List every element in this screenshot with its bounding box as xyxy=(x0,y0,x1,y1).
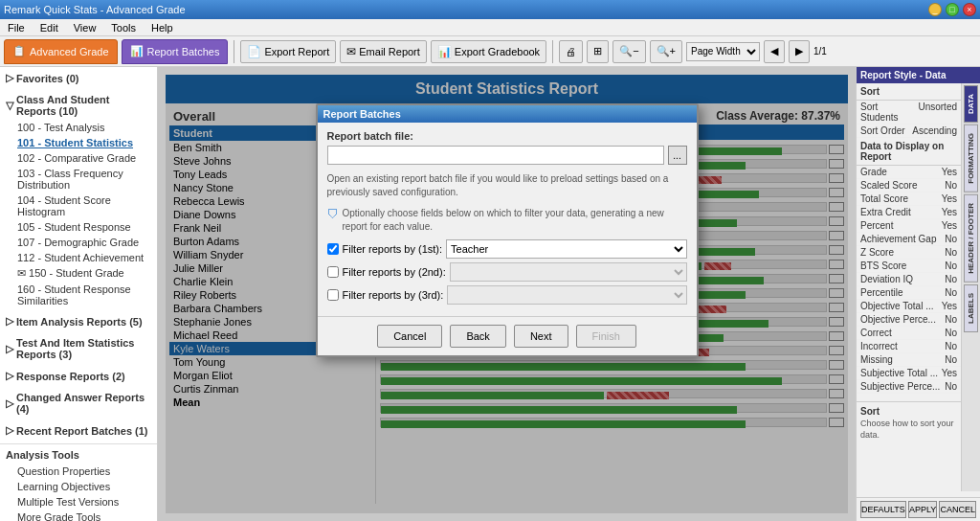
triangle-icon-2: ▷ xyxy=(6,315,13,328)
row-correct: CorrectNo xyxy=(857,327,961,340)
sidebar-item-105[interactable]: 105 - Student Response xyxy=(0,219,157,235)
sidebar-section-favorites: ▷ Favorites (0) xyxy=(0,67,157,89)
minimize-button[interactable]: _ xyxy=(928,3,942,16)
row-scaled-score: Scaled ScoreNo xyxy=(857,179,961,193)
sort-order-value: Ascending xyxy=(912,125,957,136)
zoom-out-button[interactable]: 🔍− xyxy=(612,40,645,63)
sidebar-changed-header[interactable]: ▷ Changed Answer Reports (4) xyxy=(0,389,157,418)
label-z-score: Z Score xyxy=(860,247,894,258)
filter-row-3: Filter reports by (3rd): xyxy=(327,285,687,305)
close-button[interactable]: × xyxy=(963,3,976,16)
maximize-button[interactable]: □ xyxy=(946,3,959,16)
report-container: Student Statistics Report Overall Studen… xyxy=(166,75,848,513)
sidebar-item-150[interactable]: ✉ 150 - Student Grade xyxy=(0,265,157,282)
modal-filter-text: ⛉ Optionally choose fields below on whic… xyxy=(327,207,687,234)
email-report-button[interactable]: ✉ Email Report xyxy=(340,40,427,63)
val-subj-perce: No xyxy=(945,381,957,392)
toolbar: 📋 Advanced Grade 📊 Report Batches 📄 Expo… xyxy=(0,36,980,67)
row-obj-total: Objective Total ...Yes xyxy=(857,300,961,313)
row-extra-credit: Extra CreditYes xyxy=(857,206,961,219)
email-report-icon: ✉ xyxy=(346,45,356,58)
filter-row-2: Filter reports by (2nd): xyxy=(327,262,687,282)
triangle-icon-5: ▷ xyxy=(6,397,13,410)
sidebar-item-101[interactable]: 101 - Student Statistics xyxy=(0,135,157,150)
val-scaled-score: No xyxy=(945,180,957,191)
sidebar-item-107[interactable]: 107 - Demographic Grade xyxy=(0,235,157,250)
sidebar-test-stats-header[interactable]: ▷ Test And Item Statistics Reports (3) xyxy=(0,334,157,363)
tab-report-batches[interactable]: 📊 Report Batches xyxy=(122,39,229,64)
sidebar-test-stats-label: Test And Item Statistics Reports (3) xyxy=(16,337,151,360)
menu-edit[interactable]: Edit xyxy=(36,22,62,34)
row-percent: PercentYes xyxy=(857,219,961,233)
sidebar-item-160[interactable]: 160 - Student Response Similarities xyxy=(0,282,157,308)
tab-header-footer[interactable]: HEADER / FOOTER xyxy=(964,194,978,283)
sidebar-item-analysis-header[interactable]: ▷ Item Analysis Reports (5) xyxy=(0,312,157,330)
prev-page-button[interactable]: ◀ xyxy=(764,40,785,63)
right-main-content: Sort Sort Students Unsorted Sort Order A… xyxy=(857,83,961,491)
sidebar-more-grade-tools[interactable]: More Grade Tools xyxy=(0,510,157,521)
reports-icon: 📋 xyxy=(12,45,26,57)
bottom-sort-text: Choose how to sort your data. xyxy=(860,419,957,441)
next-button[interactable]: Next xyxy=(514,325,568,348)
modal-title: Report Batches xyxy=(318,105,697,123)
sidebar-response-label: Response Reports (2) xyxy=(16,371,125,382)
back-button[interactable]: Back xyxy=(450,325,505,348)
zoom-in-button[interactable]: 🔍+ xyxy=(650,40,682,63)
sidebar-multiple-test-versions[interactable]: Multiple Test Versions xyxy=(0,494,157,510)
fit-button[interactable]: ⊞ xyxy=(587,40,609,63)
print-button[interactable]: 🖨 xyxy=(559,40,583,63)
sidebar-recent-header[interactable]: ▷ Recent Report Batches (1) xyxy=(0,421,157,440)
sidebar-section-test-stats: ▷ Test And Item Statistics Reports (3) xyxy=(0,332,157,365)
filter-2-checkbox[interactable] xyxy=(327,266,339,278)
tab-labels[interactable]: LABELS xyxy=(964,284,978,332)
export-gradebook-icon: 📊 xyxy=(437,45,452,58)
menu-tools[interactable]: Tools xyxy=(107,22,140,34)
tab-formatting[interactable]: FORMATTING xyxy=(964,125,978,193)
sidebar-item-112[interactable]: 112 - Student Achievement xyxy=(0,250,157,265)
sidebar-favorites-header[interactable]: ▷ Favorites (0) xyxy=(0,69,157,87)
tab-data[interactable]: DATA xyxy=(964,85,978,123)
label-achievement-gap: Achievement Gap xyxy=(860,234,937,244)
filter-1-dropdown[interactable]: Teacher Student Grade xyxy=(446,239,686,259)
sidebar-item-102[interactable]: 102 - Comparative Grade xyxy=(0,150,157,166)
sidebar-item-103[interactable]: 103 - Class Frequency Distribution xyxy=(0,166,157,193)
triangle-icon-6: ▷ xyxy=(6,424,13,437)
sidebar-question-properties[interactable]: Question Properties xyxy=(0,464,157,479)
sidebar-learning-objectives[interactable]: Learning Objectives xyxy=(0,479,157,494)
row-bts-score: BTS ScoreNo xyxy=(857,260,961,273)
val-obj-perce: No xyxy=(945,314,957,325)
page-width-select[interactable]: Page Width Whole Page 75% 100% xyxy=(686,42,760,61)
finish-button[interactable]: Finish xyxy=(576,325,636,348)
defaults-button[interactable]: DEFAULTS xyxy=(860,501,906,518)
apply-button[interactable]: APPLY xyxy=(908,501,938,518)
sidebar-item-104[interactable]: 104 - Student Score Histogram xyxy=(0,193,157,219)
val-extra-credit: Yes xyxy=(942,207,957,217)
next-page-button[interactable]: ▶ xyxy=(789,40,810,63)
export-report-button[interactable]: 📄 Export Report xyxy=(240,40,336,63)
fit-icon: ⊞ xyxy=(593,45,602,57)
batch-file-input[interactable] xyxy=(327,146,664,165)
window-controls[interactable]: _ □ × xyxy=(928,3,976,16)
filter-2-dropdown[interactable] xyxy=(450,262,687,282)
sidebar-divider-1 xyxy=(0,443,157,444)
tab-advanced-grade[interactable]: 📋 Advanced Grade xyxy=(4,39,118,64)
export-gradebook-button[interactable]: 📊 Export Gradebook xyxy=(431,40,546,63)
val-deviation-iq: No xyxy=(945,274,957,284)
data-icon: 📊 xyxy=(130,45,144,57)
sidebar-section-changed: ▷ Changed Answer Reports (4) xyxy=(0,387,157,419)
label-missing: Missing xyxy=(860,354,893,365)
val-missing: No xyxy=(945,354,957,365)
menu-file[interactable]: File xyxy=(4,22,29,34)
menu-help[interactable]: Help xyxy=(147,22,177,34)
sidebar-response-header[interactable]: ▷ Response Reports (2) xyxy=(0,367,157,385)
sidebar-item-100[interactable]: 100 - Test Analysis xyxy=(0,120,157,135)
panel-cancel-button[interactable]: CANCEL xyxy=(939,501,976,518)
sidebar-class-header[interactable]: ▽ Class And Student Reports (10) xyxy=(0,91,157,120)
browse-button[interactable]: ... xyxy=(668,146,687,165)
menu-view[interactable]: View xyxy=(70,22,100,34)
cancel-button[interactable]: Cancel xyxy=(377,325,442,348)
filter-3-dropdown[interactable] xyxy=(447,285,686,305)
filter-3-checkbox[interactable] xyxy=(327,289,339,301)
toolbar-separator-2 xyxy=(552,40,553,63)
filter-1-checkbox[interactable] xyxy=(327,243,339,255)
